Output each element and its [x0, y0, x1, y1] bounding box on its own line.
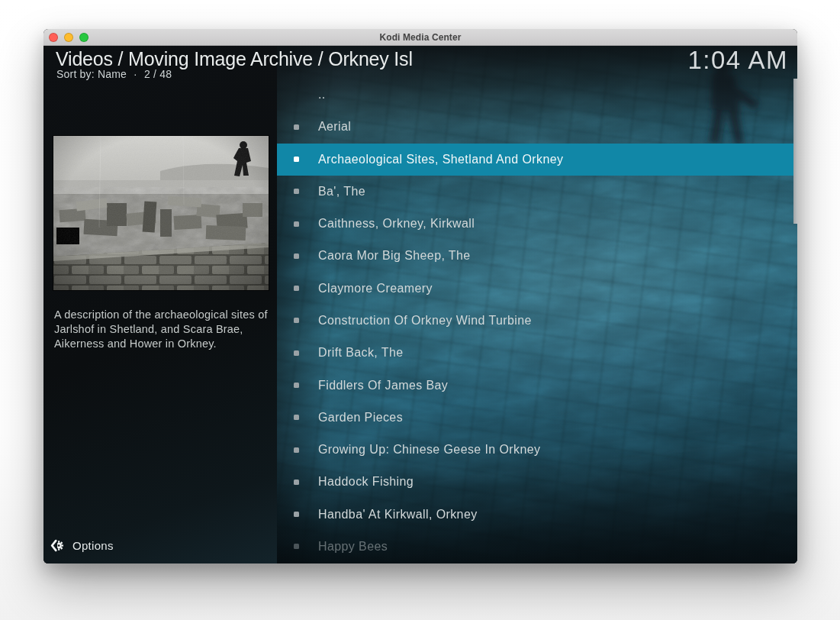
sort-bar: Sort by: Name · 2 / 48 [56, 68, 172, 80]
media-list: .. Aerial Archaeological Sites, Shetland… [277, 79, 793, 563]
list-item[interactable]: Ba', The [277, 176, 793, 208]
list-item-label: Happy Bees [318, 540, 388, 554]
list-item-label: Caora Mor Big Sheep, The [318, 249, 471, 263]
list-item[interactable]: Drift Back, The [277, 337, 793, 369]
list-item-label: Ba', The [318, 185, 365, 199]
window-title: Kodi Media Center [43, 32, 797, 43]
list-item-label: .. [318, 88, 326, 102]
list-item-bullet-icon [294, 383, 299, 388]
kodi-window: Kodi Media Center [43, 29, 797, 563]
list-item[interactable]: Haddock Fishing [277, 466, 793, 498]
list-item-label: Fiddlers Of James Bay [318, 379, 448, 392]
list-item[interactable]: Aerial [277, 111, 793, 143]
item-position-count: 2 / 48 [144, 68, 172, 80]
list-item[interactable]: Construction Of Orkney Wind Turbine [277, 305, 793, 337]
list-item-bullet-icon [294, 544, 299, 549]
list-item[interactable]: Archaeological Sites, Shetland And Orkne… [277, 144, 793, 176]
list-item-label: Caithness, Orkney, Kirkwall [318, 217, 475, 231]
list-item[interactable]: Caithness, Orkney, Kirkwall [277, 208, 793, 240]
list-item-bullet-icon [294, 124, 299, 130]
list-item[interactable]: Claymore Creamery [277, 273, 793, 305]
window-titlebar[interactable]: Kodi Media Center [43, 29, 797, 46]
list-item-bullet-icon [294, 253, 299, 259]
info-panel [43, 46, 277, 563]
list-item-label: Handba' At Kirkwall, Orkney [318, 508, 478, 522]
list-item-label: Claymore Creamery [318, 282, 433, 295]
thumbnail-image [53, 136, 269, 290]
list-item-label: Archaeological Sites, Shetland And Orkne… [318, 153, 563, 166]
list-item-bullet-icon [294, 221, 299, 227]
list-item[interactable]: Growing Up: Chinese Geese In Orkney [277, 434, 793, 466]
list-item-bullet-icon [294, 318, 299, 323]
list-item-label: Aerial [318, 120, 351, 134]
options-label: Options [72, 539, 114, 552]
list-item-bullet-icon [294, 157, 299, 162]
list-item-bullet-icon [294, 512, 299, 517]
clock: 1:04 AM [687, 46, 788, 75]
list-item-bullet-icon [294, 350, 299, 356]
video-thumbnail [53, 136, 269, 290]
desktop: Kodi Media Center [0, 0, 840, 620]
list-item-label: Garden Pieces [318, 411, 403, 425]
list-item-label: Construction Of Orkney Wind Turbine [318, 314, 532, 328]
kodi-content: Videos / Moving Image Archive / Orkney I… [43, 46, 797, 563]
list-item-bullet-icon [294, 447, 299, 453]
options-button[interactable]: Options [50, 539, 114, 552]
list-item[interactable]: Fiddlers Of James Bay [277, 369, 793, 401]
list-item[interactable]: Garden Pieces [277, 402, 793, 434]
list-item-bullet-icon [294, 286, 299, 291]
sort-by-label[interactable]: Sort by: Name [56, 68, 127, 80]
list-item-label: Growing Up: Chinese Geese In Orkney [318, 443, 540, 457]
list-item[interactable]: Handba' At Kirkwall, Orkney [277, 498, 793, 530]
list-item[interactable]: .. [277, 79, 793, 111]
list-item-bullet-icon [294, 480, 299, 485]
list-item-bullet-icon [294, 189, 299, 194]
list-item-bullet-icon [294, 415, 299, 420]
list-item[interactable]: Caora Mor Big Sheep, The [277, 240, 793, 272]
list-scrollbar-thumb[interactable] [793, 79, 797, 224]
list-item-label: Drift Back, The [318, 346, 404, 360]
video-description: A description of the archaeological site… [54, 308, 268, 351]
list-item-label: Haddock Fishing [318, 475, 414, 489]
list-item[interactable]: Happy Bees [277, 531, 793, 563]
sort-separator: · [134, 68, 137, 80]
options-gear-icon [50, 539, 63, 552]
